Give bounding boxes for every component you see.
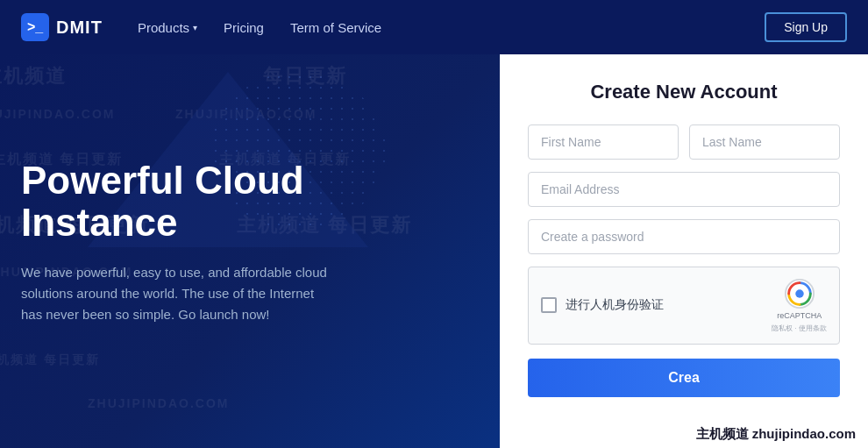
email-group — [528, 172, 840, 207]
hero-title-line2: Instance — [21, 201, 178, 244]
create-account-button[interactable]: Crea — [528, 359, 840, 397]
watermark-13: 主机频道 每日更新 — [0, 352, 100, 368]
recaptcha-logo-icon — [784, 278, 815, 309]
hero-section: Powerful Cloud Instance We have powerful… — [21, 160, 354, 325]
logo-text: DMIT — [56, 18, 103, 38]
nav-links: Products ▾ Pricing Term of Service — [138, 20, 765, 35]
recaptcha-checkbox[interactable] — [541, 297, 557, 313]
name-row — [528, 124, 840, 160]
recaptcha-logo-area: reCAPTCHA 隐私权 · 使用条款 — [772, 278, 827, 333]
form-title: Create New Account — [528, 81, 840, 103]
recaptcha-brand-text: reCAPTCHA — [777, 311, 822, 322]
svg-point-1 — [795, 289, 803, 297]
hero-title-line1: Powerful Cloud — [21, 159, 304, 202]
recaptcha-privacy-links: 隐私权 · 使用条款 — [772, 324, 827, 333]
nav-tos-label: Term of Service — [290, 20, 381, 35]
email-input[interactable] — [528, 172, 840, 207]
nav-item-products[interactable]: Products ▾ — [138, 20, 197, 35]
signup-button[interactable]: Sign Up — [765, 12, 847, 42]
nav-item-tos[interactable]: Term of Service — [290, 20, 381, 35]
watermark-1: 主机频道 — [0, 63, 67, 89]
last-name-input[interactable] — [689, 124, 840, 160]
logo-icon: >_ — [21, 13, 49, 41]
chevron-down-icon: ▾ — [193, 23, 197, 32]
recaptcha-label: 进行人机身份验证 — [566, 297, 763, 313]
signup-form-panel: Create New Account 进行人机身份验证 — [500, 54, 868, 448]
password-group — [528, 219, 840, 254]
bottom-watermark-text: 主机频道 zhujipindao.com — [696, 426, 857, 443]
hero-title: Powerful Cloud Instance — [21, 160, 354, 245]
logo-area[interactable]: >_ DMIT — [21, 13, 103, 41]
nav-products-label: Products — [138, 20, 189, 35]
password-input[interactable] — [528, 219, 840, 254]
main-content: 主机频道 每日更新 主机频道 每日更新 ZHUJIPINDAO.COM ZHUJ… — [0, 54, 868, 448]
nav-pricing-label: Pricing — [224, 20, 264, 35]
bottom-watermark: 主机频道 zhujipindao.com — [684, 421, 869, 448]
nav-item-pricing[interactable]: Pricing — [224, 20, 264, 35]
hero-description: We have powerful, easy to use, and affor… — [21, 262, 337, 325]
recaptcha-widget[interactable]: 进行人机身份验证 reCAPTCHA 隐私权 · 使用条款 — [528, 267, 840, 345]
first-name-input[interactable] — [528, 124, 679, 160]
watermark-14: ZHUJIPINDAO.COM — [88, 396, 229, 410]
navbar: >_ DMIT Products ▾ Pricing Term of Servi… — [0, 0, 868, 54]
